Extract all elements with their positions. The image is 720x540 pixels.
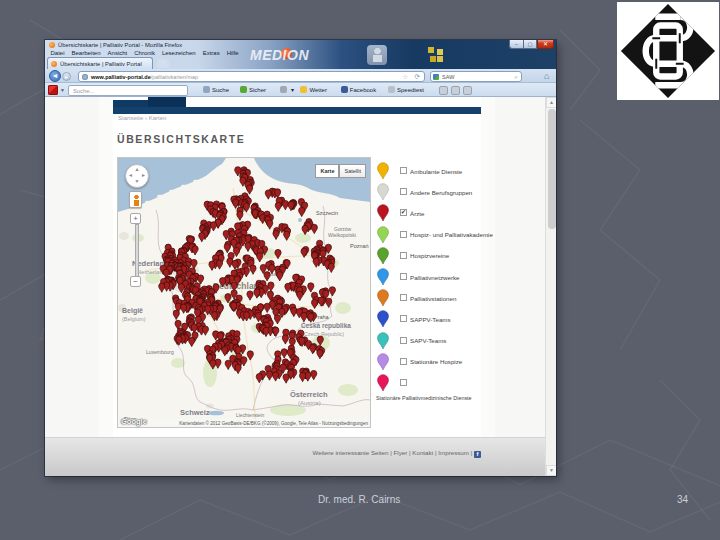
map-marker-pin[interactable] [250, 265, 256, 274]
home-button[interactable]: ⌂ [544, 70, 549, 82]
footer-link[interactable]: Flyer [394, 449, 408, 456]
map-marker-pin[interactable] [281, 349, 287, 358]
map-marker-pin[interactable] [159, 283, 165, 292]
map-marker-pin[interactable] [274, 315, 280, 324]
footer-link[interactable]: Impressum [438, 449, 469, 456]
back-button[interactable]: ◄ [49, 70, 61, 82]
url-bar[interactable]: www.palliativ-portal.de/palliativkarten/… [78, 71, 425, 82]
map-marker-pin[interactable] [268, 282, 274, 291]
avg-button-sicher[interactable]: Sicher [240, 85, 266, 95]
scrollbar[interactable]: ▲ ▼ [545, 97, 556, 476]
map-marker-pin[interactable] [263, 327, 269, 336]
avg-button-trash[interactable]: ▾ [280, 85, 294, 95]
avg-logo-icon[interactable] [48, 85, 58, 95]
map-marker-pin[interactable] [231, 302, 237, 311]
map-marker-pin[interactable] [189, 337, 195, 346]
map-marker-pin[interactable] [235, 364, 241, 373]
avg-button-suche[interactable]: Suche [203, 85, 229, 95]
avg-button-facebook[interactable]: Facebook [341, 85, 376, 95]
legend-checkbox[interactable] [400, 358, 407, 365]
close-button[interactable]: ✕ [537, 40, 554, 49]
map-marker-pin[interactable] [254, 289, 260, 298]
legend-checkbox[interactable]: ✔ [400, 209, 407, 216]
page-icon[interactable] [451, 86, 460, 95]
map-marker-pin[interactable] [300, 372, 306, 381]
avg-button-speedtest[interactable]: Speedtest [388, 85, 424, 95]
map-marker-pin[interactable] [317, 349, 323, 358]
map-marker-pin[interactable] [284, 231, 290, 240]
map-marker-pin[interactable] [285, 283, 291, 292]
map-marker-pin[interactable] [277, 272, 283, 281]
legend-checkbox[interactable] [400, 252, 407, 259]
map-marker-pin[interactable] [329, 287, 335, 296]
menu-chronik[interactable]: Chronik [131, 50, 159, 57]
minimize-button[interactable]: – [509, 40, 523, 49]
map-marker-pin[interactable] [232, 260, 238, 269]
map-marker-pin[interactable] [264, 303, 270, 312]
scroll-thumb[interactable] [548, 109, 556, 229]
menu-extras[interactable]: Extras [199, 50, 223, 57]
map-marker-pin[interactable] [275, 202, 281, 211]
search-bar[interactable]: SAW ⌕ [430, 71, 522, 82]
search-magnifier-icon[interactable]: ⌕ [514, 73, 518, 80]
map-marker-pin[interactable] [297, 291, 303, 300]
map-marker-pin[interactable] [264, 272, 270, 281]
map-marker-pin[interactable] [308, 283, 314, 292]
menu-datei[interactable]: Datei [47, 50, 68, 57]
map-marker-pin[interactable] [299, 207, 305, 216]
tab-active[interactable]: Übersichtskarte | Palliativ Portal [47, 57, 153, 69]
map-marker-pin[interactable] [237, 211, 243, 220]
menu-lesezeichen[interactable]: Lesezeichen [158, 50, 199, 57]
toolbar-search-input[interactable]: Suche... [68, 85, 188, 96]
map-marker-pin[interactable] [283, 374, 289, 383]
pegman-control[interactable] [129, 191, 142, 208]
map-marker-pin[interactable] [328, 263, 334, 272]
map-marker-pin[interactable] [311, 224, 317, 233]
footer-link[interactable]: Weitere interessante Seiten [313, 449, 389, 456]
menu-ansicht[interactable]: Ansicht [104, 50, 131, 57]
reload-icon[interactable]: ⟳ [415, 73, 420, 80]
avg-caret-icon[interactable]: ▼ [60, 87, 65, 93]
map-type-satellit[interactable]: Satellit [339, 164, 366, 178]
zoom-in-button[interactable]: + [130, 213, 141, 224]
legend-checkbox[interactable] [400, 337, 407, 344]
map-marker-pin[interactable] [192, 246, 198, 255]
map-marker-pin[interactable] [266, 371, 272, 380]
legend-checkbox[interactable] [400, 315, 407, 322]
map-marker-pin[interactable] [265, 190, 271, 199]
map-marker-pin[interactable] [273, 372, 279, 381]
map-marker-pin[interactable] [312, 299, 318, 308]
scroll-down-arrow[interactable]: ▼ [546, 465, 556, 476]
map-marker-pin[interactable] [282, 201, 288, 210]
bookmark-star-icon[interactable]: ☆ [402, 73, 408, 80]
new-tab-button[interactable]: + [157, 59, 169, 68]
zoom-slider[interactable] [135, 224, 139, 278]
map-marker-pin[interactable] [216, 260, 222, 269]
map-marker-pin[interactable] [256, 374, 262, 383]
map-marker-pin[interactable] [224, 244, 230, 253]
map-marker-pin[interactable] [247, 351, 253, 360]
map-marker-pin[interactable] [225, 360, 231, 369]
zoom-out-button[interactable]: − [130, 276, 141, 287]
map-marker-pin[interactable] [209, 261, 215, 270]
footer-links[interactable]: Weitere interessante Seiten | Flyer | Ko… [313, 449, 481, 458]
map-marker-pin[interactable] [273, 327, 279, 336]
legend-checkbox[interactable] [400, 231, 407, 238]
map-marker-pin[interactable] [210, 222, 216, 231]
map-marker-pin[interactable] [173, 310, 179, 319]
map-marker-pin[interactable] [282, 335, 288, 344]
legend-checkbox[interactable] [400, 167, 407, 174]
footer-link[interactable]: Kontakt [412, 449, 433, 456]
map-marker-pin[interactable] [199, 233, 205, 242]
book-icon[interactable] [463, 86, 472, 95]
maximize-button[interactable]: ▢ [523, 40, 537, 49]
map-marker-pin[interactable] [245, 242, 251, 251]
legend-checkbox[interactable] [400, 294, 407, 301]
doc-icon[interactable] [439, 86, 448, 95]
facebook-icon[interactable]: f [474, 451, 481, 458]
map-marker-pin[interactable] [310, 345, 316, 354]
scroll-up-arrow[interactable]: ▲ [546, 97, 556, 108]
map-marker-pin[interactable] [257, 253, 263, 262]
forward-button[interactable]: ► [62, 72, 71, 81]
legend-checkbox[interactable] [400, 273, 407, 280]
